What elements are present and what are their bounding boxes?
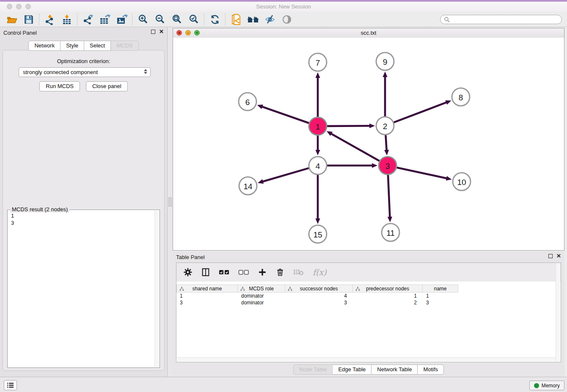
export-network-button[interactable] xyxy=(80,13,96,26)
delete-table-button[interactable] xyxy=(293,268,304,276)
apply-function-button[interactable]: f(x) xyxy=(313,268,327,277)
search-icon xyxy=(444,17,450,22)
column-header-predecessor-nodes[interactable]: predecessor nodes xyxy=(353,284,423,293)
column-header-shared-name[interactable]: shared name xyxy=(176,284,238,293)
mcds-result-box: MCDS result (2 nodes) 1 3 xyxy=(7,210,160,368)
cell-name: 1 xyxy=(423,293,458,299)
cell-shared-name: 3 xyxy=(176,299,238,306)
edge-arrowhead-1-4 xyxy=(315,150,320,155)
import-table-button[interactable] xyxy=(58,13,75,26)
export-table-button[interactable] xyxy=(96,13,113,26)
tab-style[interactable]: Style xyxy=(61,41,84,51)
edge-2-3[interactable] xyxy=(385,135,386,151)
network-graph: 7968124314101511 xyxy=(173,38,564,250)
node-table-container: f(x) shared nameMCDS rolesuccessor nodes… xyxy=(176,262,561,362)
edge-2-8[interactable] xyxy=(394,102,447,122)
toolbar-separator xyxy=(39,14,40,25)
tab-network[interactable]: Network xyxy=(28,41,61,51)
zoom-out-button[interactable] xyxy=(151,13,168,26)
cell-shared-name: 1 xyxy=(176,293,238,299)
tab-select[interactable]: Select xyxy=(84,41,111,51)
show-panel-button[interactable] xyxy=(278,13,295,26)
close-panel-button[interactable]: Close panel xyxy=(86,81,128,91)
save-session-button[interactable] xyxy=(20,13,37,26)
table-row-1[interactable]: 1dominator411 xyxy=(176,293,561,299)
titlebar: Session: New Session xyxy=(0,2,567,12)
network-window-titlebar[interactable]: ✕ − + scc.txt xyxy=(173,28,564,38)
search-input[interactable] xyxy=(452,16,558,23)
float-table-panel-icon[interactable] xyxy=(548,254,553,258)
export-image-icon xyxy=(116,14,128,25)
network-from-file-button[interactable] xyxy=(228,13,245,26)
network-window-title: scc.txt xyxy=(173,30,564,36)
save-icon xyxy=(24,14,34,25)
column-header-MCDS-role[interactable]: MCDS role xyxy=(238,284,285,293)
mcds-tab-content: Optimization criterion: strongly connect… xyxy=(3,50,165,371)
hide-panel-button[interactable] xyxy=(261,13,278,26)
select-all-checkboxes-icon xyxy=(219,269,230,275)
edge-arrowhead-3-11 xyxy=(388,217,392,222)
edge-3-1[interactable] xyxy=(330,133,379,161)
splitter-grip[interactable] xyxy=(168,197,172,207)
apply-layout-button[interactable] xyxy=(206,13,223,26)
zoom-selected-button[interactable] xyxy=(185,13,202,26)
mcds-result-text[interactable]: 1 3 xyxy=(8,211,154,367)
toggle-column-panel-button[interactable] xyxy=(201,268,210,277)
zoom-out-icon xyxy=(154,14,165,25)
tab-edge-table[interactable]: Edge Table xyxy=(333,364,372,375)
export-image-button[interactable] xyxy=(113,13,130,26)
table-vertical-scrollbar[interactable] xyxy=(556,263,560,362)
tab-node-table[interactable]: Node Table xyxy=(293,364,333,375)
edge-3-10[interactable] xyxy=(396,168,447,179)
close-panel-icon[interactable]: ✕ xyxy=(159,29,164,34)
control-panel: Control Panel ✕ NetworkStyleSelectMCDS O… xyxy=(0,27,168,377)
edge-arrowhead-1-7 xyxy=(315,72,320,78)
tab-network-table[interactable]: Network Table xyxy=(372,364,418,375)
table-header-row: shared nameMCDS rolesuccessor nodesprede… xyxy=(176,284,561,293)
memory-button[interactable]: Memory xyxy=(529,381,564,390)
table-horizontal-scrollbar[interactable] xyxy=(177,357,556,362)
open-file-button[interactable] xyxy=(3,13,20,26)
edge-4-14[interactable] xyxy=(262,168,309,182)
graph-node-label-7: 7 xyxy=(316,58,320,67)
task-history-button[interactable] xyxy=(4,380,17,390)
zoom-in-button[interactable] xyxy=(135,13,151,26)
vertical-splitter[interactable] xyxy=(168,27,173,377)
criterion-select[interactable]: strongly connected component xyxy=(19,67,151,77)
deselect-all-columns-button[interactable] xyxy=(238,269,249,275)
import-network-button[interactable] xyxy=(41,13,58,26)
network-view-window: ✕ − + scc.txt 7968124314101511 xyxy=(173,28,564,251)
delete-column-button[interactable] xyxy=(275,268,285,277)
delete-column-trash-icon xyxy=(275,268,285,277)
home-button[interactable] xyxy=(245,13,261,26)
edge-1-2[interactable] xyxy=(327,126,370,126)
run-mcds-button[interactable]: Run MCDS xyxy=(39,81,80,91)
column-sort-icon xyxy=(355,287,360,291)
zoom-fit-button[interactable] xyxy=(168,13,185,26)
float-panel-icon[interactable] xyxy=(151,30,155,34)
add-column-button[interactable] xyxy=(258,268,267,277)
edge-1-6[interactable] xyxy=(261,107,309,123)
table-settings-button[interactable] xyxy=(183,268,193,277)
toolbar-separator xyxy=(77,14,78,25)
cell-MCDS-role: dominator xyxy=(238,299,285,306)
column-sort-icon xyxy=(288,287,292,291)
task-list-icon xyxy=(7,382,14,388)
edge-3-11[interactable] xyxy=(388,175,390,218)
application-window: Session: New Session xyxy=(0,0,567,392)
edge-arrowhead-2-9 xyxy=(383,72,387,77)
close-table-panel-icon[interactable]: ✕ xyxy=(556,254,561,259)
select-all-columns-button[interactable] xyxy=(219,269,230,275)
network-canvas[interactable]: 7968124314101511 xyxy=(173,38,564,250)
table-row-2[interactable]: 3dominator323 xyxy=(176,299,561,306)
memory-status-icon xyxy=(534,383,539,388)
table-toolbar: f(x) xyxy=(176,263,561,282)
edge-arrowhead-2-8 xyxy=(445,100,451,105)
export-network-icon xyxy=(83,14,94,25)
result-scrollbar[interactable] xyxy=(154,210,159,367)
tab-mcds[interactable]: MCDS xyxy=(111,41,138,51)
column-header-successor-nodes[interactable]: successor nodes xyxy=(285,284,353,293)
graph-node-label-9: 9 xyxy=(383,58,388,66)
tab-motifs[interactable]: Motifs xyxy=(418,364,444,375)
column-header-name[interactable]: name xyxy=(423,284,458,293)
